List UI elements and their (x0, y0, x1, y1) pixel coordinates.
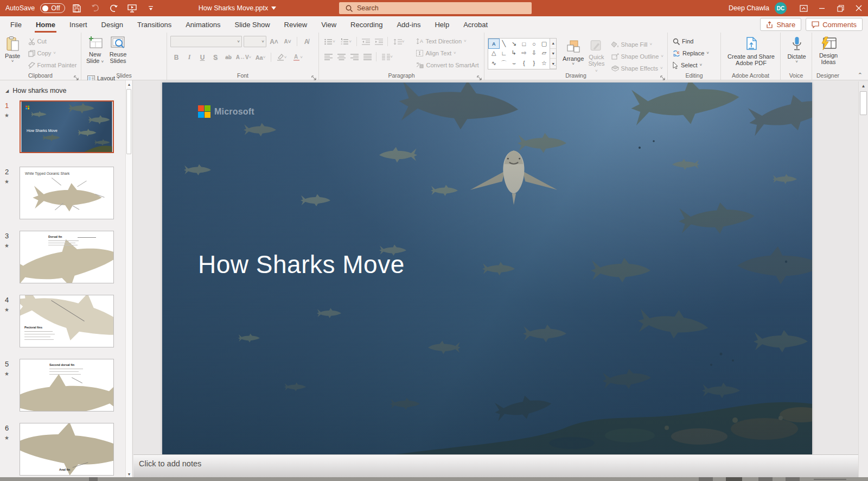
rectangle-shape-icon[interactable]: □ (519, 39, 529, 48)
change-case-button[interactable]: Aa˅ (253, 52, 268, 63)
dictate-button[interactable]: Dictate ˅ (784, 35, 809, 72)
shape-gallery[interactable]: A ╲ ↘ □ ○ ▢ △ ∟ ↳ ⇨ ⇩ ▱ ∿ ⌒ ⌣ { } (488, 38, 550, 69)
new-slide-button[interactable]: NewSlide ˅ (85, 35, 105, 72)
arrow-shape-icon[interactable]: ↘ (509, 39, 519, 48)
align-text-button[interactable]: Align Text˅ (414, 48, 480, 59)
animation-star-icon[interactable]: ★ (4, 112, 9, 118)
parallelogram-shape-icon[interactable]: ▱ (539, 48, 550, 58)
slide-thumbnail-5[interactable]: Second dorsal fin (20, 359, 114, 412)
clipboard-dialog-launcher[interactable] (74, 73, 79, 78)
user-name[interactable]: Deep Chawla (729, 4, 769, 12)
justify-button[interactable] (361, 51, 373, 62)
select-button[interactable]: Select˅ (671, 60, 711, 71)
slide-thumbnail-4[interactable]: Pectoral fins (20, 295, 114, 347)
font-color-button[interactable]: A ˅ (290, 52, 305, 63)
oval-shape-icon[interactable]: ○ (529, 39, 539, 48)
text-highlight-button[interactable]: ˅ (274, 52, 289, 63)
paste-button[interactable]: Paste ˅ (3, 35, 22, 72)
animation-star-icon[interactable]: ★ (4, 179, 9, 185)
elbow-connector-shape-icon[interactable]: ∟ (499, 48, 509, 58)
font-name-select[interactable]: ˅ (170, 36, 242, 47)
replace-button[interactable]: bc Replace˅ (671, 48, 711, 59)
left-brace-shape-icon[interactable]: { (519, 58, 529, 68)
increase-font-size-button[interactable]: A˄ (268, 36, 280, 47)
format-painter-button[interactable]: Format Painter (27, 60, 79, 71)
redo-button[interactable] (107, 2, 120, 15)
clear-formatting-button[interactable]: A̸ (301, 36, 312, 47)
underline-button[interactable]: U (196, 52, 208, 63)
create-share-pdf-button[interactable]: Create and ShareAdobe PDF (724, 35, 778, 72)
scroll-up-icon[interactable]: ▲ (859, 81, 868, 90)
arc-shape-icon[interactable]: ⌣ (509, 58, 519, 68)
section-header[interactable]: ◢ How sharks move (5, 87, 67, 94)
document-title[interactable]: How Sharks Move.pptx (136, 0, 339, 16)
slide-thumbnail-3[interactable]: Dorsal fin (20, 231, 114, 283)
avatar[interactable]: DC (775, 2, 787, 14)
right-brace-shape-icon[interactable]: } (529, 58, 539, 68)
slide-thumbnail-6[interactable]: Anal fin (20, 423, 114, 476)
numbering-button[interactable]: ˅ (339, 36, 354, 47)
tab-insert[interactable]: Insert (62, 16, 94, 33)
search-bar[interactable]: Search (339, 2, 532, 14)
slide-title-text[interactable]: How Sharks Move (198, 250, 405, 279)
animation-star-icon[interactable]: ★ (4, 243, 9, 249)
animation-star-icon[interactable]: ★ (4, 435, 9, 441)
collapse-ribbon-button[interactable]: ⌃ (858, 72, 863, 79)
restore-button[interactable] (831, 0, 850, 16)
arrange-button[interactable]: Arrange ˅ (561, 38, 585, 75)
down-arrow-shape-icon[interactable]: ⇩ (529, 48, 539, 58)
shape-outline-button[interactable]: Shape Outline˅ (610, 51, 665, 62)
ribbon-display-options-button[interactable] (794, 0, 813, 16)
scrollbar-thumb[interactable] (860, 91, 867, 115)
shape-fill-button[interactable]: Shape Fill˅ (610, 39, 665, 50)
tab-help[interactable]: Help (427, 16, 456, 33)
tab-file[interactable]: File (3, 16, 29, 33)
strikethrough-button[interactable]: ab (222, 52, 234, 63)
italic-button[interactable]: I (183, 52, 195, 63)
rounded-rectangle-shape-icon[interactable]: ▢ (539, 39, 550, 48)
main-scrollbar[interactable]: ▲ (858, 81, 868, 478)
find-button[interactable]: Find (671, 36, 711, 47)
right-arrow-shape-icon[interactable]: ⇨ (519, 48, 529, 58)
tab-add-ins[interactable]: Add-ins (390, 16, 427, 33)
scroll-down-icon[interactable]: ▼ (126, 470, 132, 478)
minimize-button[interactable] (813, 0, 831, 16)
text-direction-button[interactable]: A Text Direction˅ (414, 36, 480, 47)
thumbnail-scrollbar[interactable]: ▲ ▼ (125, 80, 132, 478)
convert-to-smartart-button[interactable]: Convert to SmartArt (414, 60, 480, 71)
text-box-shape-icon[interactable]: A (489, 39, 499, 48)
tab-transitions[interactable]: Transitions (130, 16, 178, 33)
tab-slide-show[interactable]: Slide Show (227, 16, 277, 33)
drawing-dialog-launcher[interactable] (660, 73, 666, 78)
cut-button[interactable]: Cut (27, 36, 79, 47)
reuse-slides-button[interactable]: ReuseSlides (108, 35, 129, 72)
tab-home[interactable]: Home (29, 16, 62, 33)
decrease-indent-button[interactable] (360, 36, 372, 47)
autosave-toggle[interactable]: Off (40, 3, 65, 13)
decrease-font-size-button[interactable]: A˅ (282, 36, 293, 47)
share-button[interactable]: Share (760, 18, 801, 31)
curve-shape-icon[interactable]: ⌒ (499, 58, 509, 68)
animation-star-icon[interactable]: ★ (4, 307, 9, 313)
slide-thumbnail-1[interactable]: How Sharks Move (20, 100, 114, 153)
bullets-button[interactable]: ˅ (322, 36, 337, 47)
scroll-up-icon[interactable]: ▲ (126, 80, 132, 88)
tab-review[interactable]: Review (277, 16, 315, 33)
star-shape-icon[interactable]: ☆ (539, 58, 550, 68)
align-left-button[interactable] (322, 51, 334, 62)
text-shadow-button[interactable]: S (209, 52, 221, 63)
tab-recording[interactable]: Recording (343, 16, 390, 33)
design-ideas-button[interactable]: DesignIdeas (815, 35, 841, 72)
paragraph-dialog-launcher[interactable] (477, 73, 482, 78)
animation-star-icon[interactable]: ★ (4, 371, 9, 377)
tab-view[interactable]: View (314, 16, 343, 33)
copy-button[interactable]: Copy ˅ (27, 48, 79, 59)
scribble-shape-icon[interactable]: ∿ (489, 58, 499, 68)
tab-design[interactable]: Design (94, 16, 130, 33)
gallery-scroll-up-icon[interactable]: ▲ (550, 39, 556, 49)
line-shape-icon[interactable]: ╲ (499, 39, 509, 48)
columns-button[interactable]: ˅ (379, 51, 395, 62)
notes-pane[interactable]: Click to add notes (133, 454, 858, 478)
tab-acrobat[interactable]: Acrobat (456, 16, 495, 33)
tab-animations[interactable]: Animations (178, 16, 227, 33)
